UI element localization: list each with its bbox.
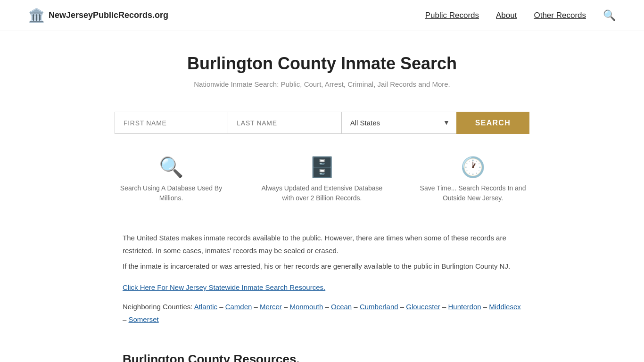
body-content: The United States makes inmate records a… [0,222,644,338]
search-icon[interactable]: 🔍 [603,9,616,22]
nav-other-records[interactable]: Other Records [534,11,586,20]
state-select[interactable]: All StatesAlabamaAlaskaArizonaArkansasCa… [341,112,456,134]
county-link-cumberland[interactable]: Cumberland [360,303,398,311]
search-feature-icon: 🔍 [159,156,183,179]
neighboring-counties: Neighboring Counties: Atlantic – Camden … [123,300,521,326]
county-link-monmouth[interactable]: Monmouth [289,303,323,311]
logo-icon: 🏛️ [28,8,45,23]
logo[interactable]: 🏛️ NewJerseyPublicRecords.org [28,8,168,23]
search-button[interactable]: SEARCH [456,112,529,134]
clock-feature-icon: 🕐 [461,156,485,179]
resources-section: Burlington County Resources. Burlington … [0,338,644,362]
county-link-mercer[interactable]: Mercer [260,303,282,311]
feature-database-text: Always Updated and Extensive Database wi… [261,183,383,203]
hero-subtitle: Nationwide Inmate Search: Public, Court,… [28,80,616,88]
feature-database: 🗄️ Always Updated and Extensive Database… [261,154,383,203]
search-form: All StatesAlabamaAlaskaArizonaArkansasCa… [86,103,558,142]
first-name-input[interactable] [115,112,228,134]
database-feature-icon: 🗄️ [310,156,334,179]
county-link-gloucester[interactable]: Gloucester [406,303,440,311]
site-header: 🏛️ NewJerseyPublicRecords.org Public Rec… [0,0,644,31]
county-link-middlesex[interactable]: Middlesex [489,303,521,311]
para-2: If the inmate is incarcerated or was arr… [123,260,521,272]
feature-time-text: Save Time... Search Records In and Outsi… [412,183,534,203]
county-link-hunterdon[interactable]: Hunterdon [448,303,481,311]
nav-public-records[interactable]: Public Records [425,11,479,20]
hero-section: Burlington County Inmate Search Nationwi… [0,31,644,103]
last-name-input[interactable] [228,112,341,134]
feature-search-text: Search Using A Database Used By Millions… [110,183,232,203]
county-link-atlantic[interactable]: Atlantic [194,303,217,311]
page-title: Burlington County Inmate Search [28,54,616,74]
county-link-ocean[interactable]: Ocean [331,303,352,311]
state-select-wrapper: All StatesAlabamaAlaskaArizonaArkansasCa… [341,112,456,134]
resources-heading: Burlington County Resources. [123,352,521,362]
main-nav: Public Records About Other Records 🔍 [425,9,616,22]
statewide-link[interactable]: Click Here For New Jersey Statewide Inma… [123,283,325,291]
nav-about[interactable]: About [496,11,517,20]
county-link-camden[interactable]: Camden [225,303,252,311]
features-section: 🔍 Search Using A Database Used By Millio… [63,142,581,222]
county-link-somerset[interactable]: Somerset [129,315,159,323]
logo-text: NewJerseyPublicRecords.org [49,10,168,20]
para-1: The United States makes inmate records a… [123,231,521,257]
feature-time: 🕐 Save Time... Search Records In and Out… [412,154,534,203]
feature-search: 🔍 Search Using A Database Used By Millio… [110,154,232,203]
neighboring-label: Neighboring Counties: [123,303,192,311]
